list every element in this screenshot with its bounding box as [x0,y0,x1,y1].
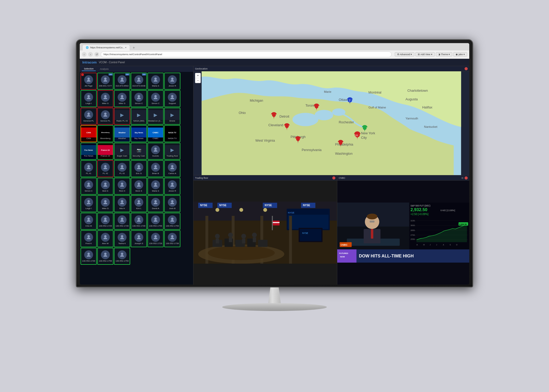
grid-item-support[interactable]: Support [164,90,180,107]
grid-item-joseph-s[interactable]: Joseph S [131,230,147,247]
svg-text:6-MO [13.88%]: 6-MO [13.88%] [441,209,455,212]
svg-text:3150-: 3150- [410,220,415,222]
item-label: Jesse R [168,190,177,192]
grid-item-pl1[interactable]: PL #1 [81,160,97,177]
back-button[interactable]: ‹ [82,52,87,57]
grid-item-bloomberg[interactable]: Bloomberg Bloomberg [97,125,113,142]
grid-item-sip3[interactable]: SIP 310-873-6448 [131,73,147,90]
grid-item-num5[interactable]: 130-552-1759 [164,213,180,230]
item-label: MediaCon (360) [148,120,163,122]
grid-item-all-page[interactable]: All Page [81,73,97,90]
tab-selection[interactable]: Selection [82,67,96,71]
svg-text:S&P 500 FUT (DEC): S&P 500 FUT (DEC) [410,205,430,207]
grid-item-cnbc[interactable]: CNBC CNBC [147,125,164,142]
grid-item-brian-b[interactable]: Brian B [147,160,164,177]
cnbc-close-button[interactable] [465,176,468,180]
grid-item-nasa-360[interactable]: ▶ NASA (360) [131,108,147,125]
grid-item-service-pl[interactable]: Service PL [97,108,113,125]
tab-analysis[interactable]: Analysis [98,67,111,71]
grid-item-maria-s[interactable]: Maria S [147,73,164,90]
grid-item-num3[interactable]: 130-552-1749 [131,213,147,230]
trading-close-button[interactable] [332,176,335,180]
cnbc-panel: CNBC ⊞ [337,175,469,285]
item-label: Eric G [135,172,142,175]
refresh-button[interactable]: ↺ [94,52,99,57]
add-view-button[interactable]: ⊞ Add View ▾ [415,52,434,56]
svg-text:FUTURES: FUTURES [339,252,348,255]
svg-text:Michigan: Michigan [250,99,263,102]
grid-item-num8[interactable]: 130-552-1749 [81,248,97,265]
grid-item-num4[interactable]: 130-552-1759 [147,213,164,230]
grid-item-eagle-cam[interactable]: ▶ Eagle Cam [114,143,130,160]
new-tab-button[interactable]: + [131,45,137,50]
grid-item-leigh-i2[interactable]: Leigh I [81,195,97,212]
grid-item-num1[interactable]: 130-552-1729 [97,213,113,230]
grid-item-cnn[interactable]: CNN CNN [81,125,97,142]
grid-item-guests[interactable]: Guests [147,143,164,160]
grid-item-simon-c1[interactable]: Simon C [131,90,147,107]
grid-item-num6[interactable]: 130-552-1729 [147,230,164,247]
zoom-in-button[interactable]: + [195,73,201,78]
grid-item-mike-g2[interactable]: Mike G [114,90,130,107]
grid-item-nasa-tv[interactable]: NASA TV NASA TV [164,125,180,142]
grid-item-fox-news[interactable]: Fox News Fox News [81,143,97,160]
grid-item-pl2b[interactable]: PL #2 [114,160,130,177]
svg-point-30 [138,200,140,202]
theme-button[interactable]: ◑ Theme ▾ [436,52,453,56]
grid-item-jesse-r2[interactable]: Jesse R [164,178,180,195]
grid-item-sky-news[interactable]: Sky News Sky News [131,125,147,142]
zoom-out-button[interactable]: − [195,78,201,83]
grid-item-mia-h[interactable]: Mia H [114,195,130,212]
grid-item-num9[interactable]: 130-552-1759 [97,248,113,265]
grid-item-josh-b[interactable]: Josh B [164,195,180,212]
svg-text:O: O [456,244,457,246]
grid-item-drone[interactable]: ▶ Drone [164,108,180,125]
svg-point-42 [138,235,140,237]
grid-item-num10[interactable]: 130-552-1759 [114,248,130,265]
grid-item-weather[interactable]: Weather Weather [114,125,130,142]
grid-item-leigh-i[interactable]: Leigh I [81,90,97,107]
grid-item-maria-s2[interactable]: Maria S [147,178,164,195]
grid-item-eric-g[interactable]: Eric G [131,160,147,177]
grid-item-general-pl[interactable]: General PL [81,108,97,125]
grid-item-jesse-r[interactable]: Jesse R [164,73,180,90]
grid-item-tasha-k[interactable]: Tasha K [114,230,130,247]
grid-item-pl2a[interactable]: PL #2 [97,160,113,177]
grid-item-simon-c2[interactable]: Simon C [147,90,164,107]
item-label: Radio PL #2 [116,120,128,122]
grid-item-beck-s[interactable]: Beck S [131,178,147,195]
grid-item-radio-pl[interactable]: ▶ Radio PL #2 [114,108,130,125]
grid-item-mike-g3[interactable]: Mike G [97,195,113,212]
grid-item-num7[interactable]: 130-552-1739 [164,230,180,247]
grid-item-num2[interactable]: 130-552-1739 [114,213,130,230]
grid-item-mike-g1[interactable]: Mike G [97,90,113,107]
grid-item-fred-k[interactable]: Fred K [81,230,97,247]
svg-point-12 [87,112,90,115]
browser-tab[interactable]: 🌐 https://intracomsystems.net/Co... × [82,45,130,50]
grid-item-david-a[interactable]: David A [147,195,164,212]
grid-item-bob-g[interactable]: Bob G [97,178,113,195]
grid-item-security-cam[interactable]: 📷 Security Cam [131,143,147,160]
forward-button[interactable]: › [88,52,93,57]
advanced-button[interactable]: ⚙ Advanced ▾ [395,52,415,56]
svg-point-3 [138,77,140,80]
user-button[interactable]: ◉ jake ▾ [453,52,467,56]
grid-item-chis-m[interactable]: Chis M [81,213,97,230]
svg-rect-109 [216,239,219,243]
grid-item-rick-h[interactable]: Rick H [114,178,130,195]
url-field[interactable]: https://intracomsystems.net/ControlPanel… [101,51,392,57]
grid-item-sip2[interactable]: SIP 310-873-6502 [114,73,130,90]
grid-item-sip1[interactable]: SIP 206-641-7277 [97,73,113,90]
grid-item-kim-l[interactable]: Kim L [131,195,147,212]
grid-item-alex-w[interactable]: Alex W [97,230,113,247]
grid-item-carlos-a[interactable]: Carlos A [164,160,180,177]
svg-rect-107 [258,240,268,247]
cnbc-expand-button[interactable]: ⊞ [461,177,464,179]
map-close-button[interactable] [465,67,468,70]
grid-item-trading-floor[interactable]: ▶ Trading floor [164,143,180,160]
grid-item-france24[interactable]: France 24 France 24 [97,143,113,160]
weather-thumb: Weather [115,128,130,137]
grid-item-simon-c3[interactable]: Simon C [81,178,97,195]
grid-item-mediacon[interactable]: ▶ MediaCon (360) [147,108,164,125]
svg-point-5 [171,77,173,80]
